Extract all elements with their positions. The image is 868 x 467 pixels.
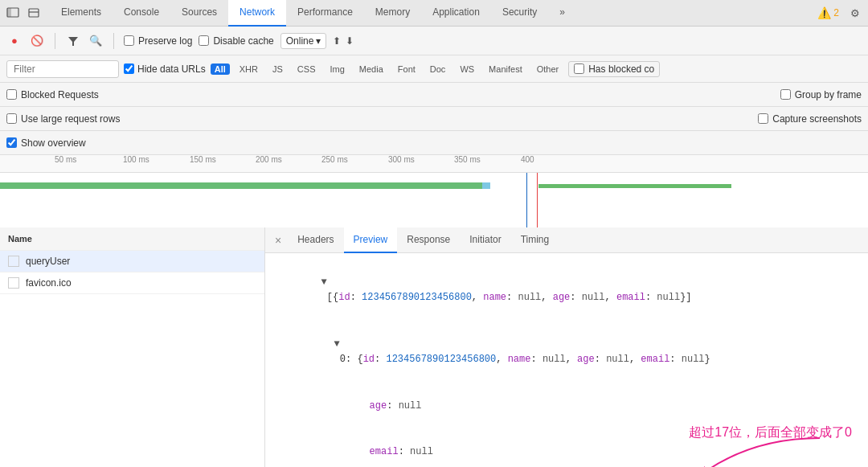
tab-security[interactable]: Security <box>491 0 548 27</box>
timeline-ruler: 50 ms 100 ms 150 ms 200 ms 250 ms 300 ms… <box>0 155 868 173</box>
disable-cache-label[interactable]: Disable cache <box>199 35 273 47</box>
filter-icon[interactable] <box>65 33 81 49</box>
tab-preview[interactable]: Preview <box>344 227 398 253</box>
json-line-2: ▼ 0: {id: 1234567890123456800, name: nul… <box>275 322 858 383</box>
has-blocked-checkbox[interactable] <box>574 63 584 74</box>
mark-400: 400 <box>521 155 534 164</box>
file-icon-queryuser <box>8 256 19 267</box>
tab-initiator[interactable]: Initiator <box>460 227 510 253</box>
capture-screenshots-checkbox[interactable] <box>758 113 768 124</box>
stop-button[interactable]: 🚫 <box>29 33 45 49</box>
json-line-3: age: null <box>275 383 858 430</box>
preserve-log-checkbox[interactable] <box>124 35 134 46</box>
timeline-bars <box>0 173 868 227</box>
json-toggle-1[interactable]: ▼ <box>321 277 327 288</box>
tab-memory[interactable]: Memory <box>364 0 421 27</box>
network-toolbar: ● 🚫 🔍 Preserve log Disable cache Online … <box>0 27 868 55</box>
download-icon[interactable]: ⬇ <box>346 35 354 47</box>
main-area: Name queryUser favicon.ico × Headers Pre… <box>0 227 868 467</box>
large-rows-checkbox[interactable] <box>6 113 17 124</box>
filter-type-doc[interactable]: Doc <box>425 63 451 76</box>
timeline-container: 50 ms 100 ms 150 ms 200 ms 250 ms 300 ms… <box>0 155 868 227</box>
close-button[interactable]: × <box>268 234 288 247</box>
list-item-favicon[interactable]: favicon.ico <box>0 272 264 294</box>
bar-green <box>0 182 482 189</box>
hide-data-urls-checkbox[interactable] <box>124 63 134 74</box>
filter-type-other[interactable]: Other <box>532 63 564 76</box>
tab-application[interactable]: Application <box>421 0 491 27</box>
mark-200ms: 200 ms <box>256 155 282 164</box>
detail-panel: × Headers Preview Response Initiator Tim… <box>265 227 868 467</box>
svg-rect-1 <box>7 8 11 17</box>
filter-type-manifest[interactable]: Manifest <box>484 63 527 76</box>
devtools-icons <box>3 3 43 23</box>
mark-350ms: 350 ms <box>454 155 481 164</box>
vertical-line-blue <box>526 173 527 227</box>
tab-bar-right: ⚠️ 2 ⚙ <box>817 3 865 23</box>
filter-type-xhr[interactable]: XHR <box>235 63 263 76</box>
group-by-frame-label[interactable]: Group by frame <box>780 89 862 100</box>
filter-type-css[interactable]: CSS <box>293 63 321 76</box>
chevron-down-icon: ▾ <box>316 35 321 47</box>
warning-icon: ⚠️ <box>817 6 831 19</box>
undock-icon[interactable] <box>24 3 43 23</box>
blocked-requests-label[interactable]: Blocked Requests <box>6 89 99 100</box>
tab-headers[interactable]: Headers <box>288 227 343 253</box>
ruler-marks: 50 ms 100 ms 150 ms 200 ms 250 ms 300 ms… <box>6 155 862 173</box>
right-options-2: Capture screenshots <box>758 113 862 125</box>
tab-timing[interactable]: Timing <box>511 227 559 253</box>
throttle-select[interactable]: Online ▾ <box>280 33 327 49</box>
mark-100ms: 100 ms <box>123 155 149 164</box>
filter-type-font[interactable]: Font <box>393 63 420 76</box>
mark-150ms: 150 ms <box>190 155 216 164</box>
json-line-4: email: null <box>275 429 858 467</box>
list-header: Name <box>0 227 264 251</box>
show-overview-row: Show overview <box>0 131 868 155</box>
tab-bar: Elements Console Sources Network Perform… <box>0 0 868 27</box>
hide-data-urls-label[interactable]: Hide data URLs <box>124 63 206 75</box>
filter-type-js[interactable]: JS <box>268 63 288 76</box>
search-icon[interactable]: 🔍 <box>88 33 104 49</box>
large-rows-label[interactable]: Use large request rows <box>6 113 120 125</box>
show-overview-checkbox2[interactable] <box>6 137 17 148</box>
filter-row: Hide data URLs All XHR JS CSS Img Media … <box>0 55 868 83</box>
tab-console[interactable]: Console <box>113 0 170 27</box>
tab-sources[interactable]: Sources <box>170 0 228 27</box>
tab-more[interactable]: » <box>548 0 576 27</box>
upload-icon[interactable]: ⬆ <box>333 35 341 47</box>
toolbar-divider-1 <box>55 33 55 49</box>
disable-cache-checkbox[interactable] <box>199 35 209 46</box>
json-preview: ▼ [{id: 1234567890123456800, name: null,… <box>265 253 868 467</box>
filter-type-img[interactable]: Img <box>325 63 349 76</box>
json-line-1: ▼ [{id: 1234567890123456800, name: null,… <box>275 260 858 322</box>
tab-network[interactable]: Network <box>228 0 286 27</box>
svg-rect-2 <box>29 9 39 17</box>
mark-50ms: 50 ms <box>55 155 76 164</box>
tab-performance[interactable]: Performance <box>286 0 364 27</box>
tab-elements[interactable]: Elements <box>50 0 113 27</box>
request-list: Name queryUser favicon.ico <box>0 227 265 467</box>
import-export-icons: ⬆ ⬇ <box>333 35 354 47</box>
settings-icon[interactable]: ⚙ <box>845 3 865 23</box>
filter-input[interactable] <box>6 60 119 78</box>
list-item-queryuser[interactable]: queryUser <box>0 251 264 272</box>
mark-250ms: 250 ms <box>321 155 348 164</box>
right-options-1: Group by frame <box>780 89 862 100</box>
filter-type-media[interactable]: Media <box>354 63 388 76</box>
has-blocked-label[interactable]: Has blocked co <box>568 61 660 77</box>
filter-type-ws[interactable]: WS <box>455 63 479 76</box>
capture-screenshots-label[interactable]: Capture screenshots <box>758 113 862 125</box>
group-by-frame-checkbox[interactable] <box>780 89 791 100</box>
record-button[interactable]: ● <box>6 33 23 49</box>
options-row-2: Use large request rows Capture screensho… <box>0 107 868 131</box>
warning-badge[interactable]: ⚠️ 2 <box>817 6 839 19</box>
json-toggle-2[interactable]: ▼ <box>334 338 340 350</box>
show-overview-label2[interactable]: Show overview <box>6 137 86 149</box>
dock-icon[interactable] <box>3 3 23 23</box>
preserve-log-label[interactable]: Preserve log <box>124 35 192 47</box>
detail-tabs: × Headers Preview Response Initiator Tim… <box>265 227 868 253</box>
tab-response[interactable]: Response <box>397 227 460 253</box>
svg-marker-4 <box>68 37 78 46</box>
filter-type-all[interactable]: All <box>211 63 230 75</box>
blocked-requests-checkbox[interactable] <box>6 89 17 100</box>
